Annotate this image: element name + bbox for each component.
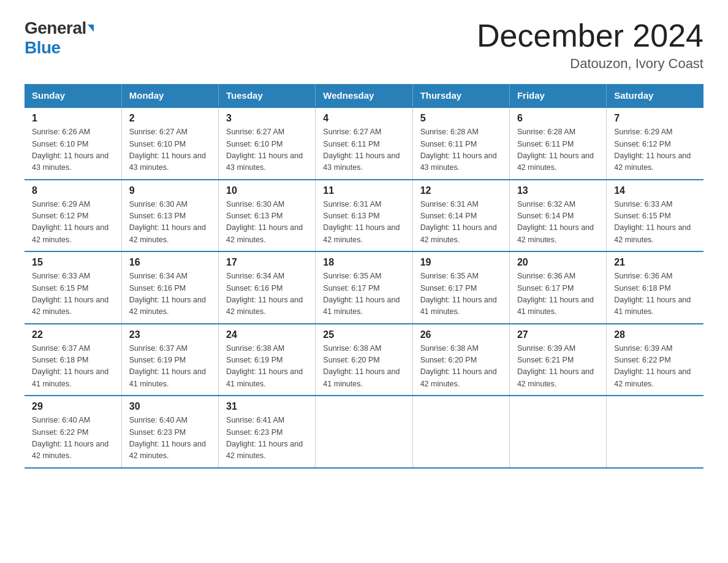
day-number: 4 <box>323 113 404 124</box>
day-info: Sunrise: 6:38 AMSunset: 6:20 PMDaylight:… <box>323 343 404 391</box>
day-info: Sunrise: 6:38 AMSunset: 6:19 PMDaylight:… <box>226 343 308 391</box>
day-number: 6 <box>517 113 599 124</box>
day-number: 18 <box>323 257 404 268</box>
day-number: 31 <box>226 401 308 412</box>
day-info: Sunrise: 6:37 AMSunset: 6:18 PMDaylight:… <box>32 343 114 391</box>
calendar-row: 22Sunrise: 6:37 AMSunset: 6:18 PMDayligh… <box>25 324 703 396</box>
calendar-cell: 24Sunrise: 6:38 AMSunset: 6:19 PMDayligh… <box>219 324 316 396</box>
calendar-row: 1Sunrise: 6:26 AMSunset: 6:10 PMDaylight… <box>25 107 703 180</box>
calendar-cell <box>316 396 412 468</box>
calendar-cell <box>607 396 703 468</box>
calendar-cell: 19Sunrise: 6:35 AMSunset: 6:17 PMDayligh… <box>412 251 509 324</box>
calendar-cell: 30Sunrise: 6:40 AMSunset: 6:23 PMDayligh… <box>121 396 218 468</box>
day-info: Sunrise: 6:32 AMSunset: 6:14 PMDaylight:… <box>517 199 599 247</box>
calendar-cell: 5Sunrise: 6:28 AMSunset: 6:11 PMDaylight… <box>412 107 509 180</box>
day-info: Sunrise: 6:35 AMSunset: 6:17 PMDaylight:… <box>420 270 502 318</box>
calendar-cell: 20Sunrise: 6:36 AMSunset: 6:17 PMDayligh… <box>509 251 606 324</box>
calendar-cell: 11Sunrise: 6:31 AMSunset: 6:13 PMDayligh… <box>316 180 412 252</box>
month-title: December 2024 <box>477 18 703 53</box>
header-cell-friday: Friday <box>509 84 606 107</box>
title-section: December 2024 Datouzon, Ivory Coast <box>477 18 703 72</box>
day-info: Sunrise: 6:35 AMSunset: 6:17 PMDaylight:… <box>323 270 404 318</box>
calendar-body: 1Sunrise: 6:26 AMSunset: 6:10 PMDaylight… <box>25 107 703 468</box>
calendar-cell: 6Sunrise: 6:28 AMSunset: 6:11 PMDaylight… <box>509 107 606 180</box>
day-info: Sunrise: 6:34 AMSunset: 6:16 PMDaylight:… <box>226 270 308 318</box>
calendar-cell: 18Sunrise: 6:35 AMSunset: 6:17 PMDayligh… <box>316 251 412 324</box>
day-info: Sunrise: 6:30 AMSunset: 6:13 PMDaylight:… <box>129 199 211 247</box>
calendar-cell: 31Sunrise: 6:41 AMSunset: 6:23 PMDayligh… <box>219 396 316 468</box>
day-number: 7 <box>614 113 696 124</box>
day-number: 9 <box>129 185 211 196</box>
calendar-row: 29Sunrise: 6:40 AMSunset: 6:22 PMDayligh… <box>25 396 703 468</box>
calendar-cell: 4Sunrise: 6:27 AMSunset: 6:11 PMDaylight… <box>316 107 412 180</box>
day-number: 2 <box>129 113 211 124</box>
header-cell-saturday: Saturday <box>607 84 703 107</box>
logo-general-text: General <box>25 18 86 38</box>
calendar-cell <box>509 396 606 468</box>
page-header: General Blue December 2024 Datouzon, Ivo… <box>25 18 703 72</box>
day-number: 8 <box>32 185 114 196</box>
day-info: Sunrise: 6:29 AMSunset: 6:12 PMDaylight:… <box>32 199 114 247</box>
day-number: 14 <box>614 185 696 196</box>
day-info: Sunrise: 6:27 AMSunset: 6:10 PMDaylight:… <box>226 126 308 174</box>
day-info: Sunrise: 6:28 AMSunset: 6:11 PMDaylight:… <box>517 126 599 174</box>
day-number: 28 <box>614 329 696 340</box>
calendar-cell: 28Sunrise: 6:39 AMSunset: 6:22 PMDayligh… <box>607 324 703 396</box>
day-info: Sunrise: 6:30 AMSunset: 6:13 PMDaylight:… <box>226 199 308 247</box>
calendar-cell: 14Sunrise: 6:33 AMSunset: 6:15 PMDayligh… <box>607 180 703 252</box>
header-row: SundayMondayTuesdayWednesdayThursdayFrid… <box>25 84 703 107</box>
day-number: 13 <box>517 185 599 196</box>
day-number: 22 <box>32 329 114 340</box>
calendar-cell: 26Sunrise: 6:38 AMSunset: 6:20 PMDayligh… <box>412 324 509 396</box>
header-cell-monday: Monday <box>121 84 218 107</box>
day-number: 10 <box>226 185 308 196</box>
calendar-cell: 21Sunrise: 6:36 AMSunset: 6:18 PMDayligh… <box>607 251 703 324</box>
calendar-cell: 17Sunrise: 6:34 AMSunset: 6:16 PMDayligh… <box>219 251 316 324</box>
day-number: 5 <box>420 113 502 124</box>
day-info: Sunrise: 6:27 AMSunset: 6:10 PMDaylight:… <box>129 126 211 174</box>
day-info: Sunrise: 6:39 AMSunset: 6:21 PMDaylight:… <box>517 343 599 391</box>
calendar-cell: 9Sunrise: 6:30 AMSunset: 6:13 PMDaylight… <box>121 180 218 252</box>
day-number: 15 <box>32 257 114 268</box>
calendar-header: SundayMondayTuesdayWednesdayThursdayFrid… <box>25 84 703 107</box>
calendar-cell: 12Sunrise: 6:31 AMSunset: 6:14 PMDayligh… <box>412 180 509 252</box>
day-info: Sunrise: 6:41 AMSunset: 6:23 PMDaylight:… <box>226 415 308 462</box>
day-number: 23 <box>129 329 211 340</box>
day-number: 3 <box>226 113 308 124</box>
day-number: 19 <box>420 257 502 268</box>
day-info: Sunrise: 6:31 AMSunset: 6:14 PMDaylight:… <box>420 199 502 247</box>
day-number: 26 <box>420 329 502 340</box>
day-info: Sunrise: 6:34 AMSunset: 6:16 PMDaylight:… <box>129 270 211 318</box>
location-text: Datouzon, Ivory Coast <box>477 56 703 72</box>
calendar-row: 8Sunrise: 6:29 AMSunset: 6:12 PMDaylight… <box>25 180 703 252</box>
calendar-cell: 3Sunrise: 6:27 AMSunset: 6:10 PMDaylight… <box>219 107 316 180</box>
header-cell-sunday: Sunday <box>25 84 121 107</box>
day-info: Sunrise: 6:27 AMSunset: 6:11 PMDaylight:… <box>323 126 404 174</box>
calendar-row: 15Sunrise: 6:33 AMSunset: 6:15 PMDayligh… <box>25 251 703 324</box>
day-number: 1 <box>32 113 114 124</box>
calendar-cell: 16Sunrise: 6:34 AMSunset: 6:16 PMDayligh… <box>121 251 218 324</box>
day-number: 17 <box>226 257 308 268</box>
header-cell-tuesday: Tuesday <box>219 84 316 107</box>
calendar-table: SundayMondayTuesdayWednesdayThursdayFrid… <box>25 84 703 469</box>
day-number: 27 <box>517 329 599 340</box>
day-number: 30 <box>129 401 211 412</box>
day-number: 25 <box>323 329 404 340</box>
header-cell-wednesday: Wednesday <box>316 84 412 107</box>
calendar-cell: 13Sunrise: 6:32 AMSunset: 6:14 PMDayligh… <box>509 180 606 252</box>
day-number: 16 <box>129 257 211 268</box>
day-info: Sunrise: 6:28 AMSunset: 6:11 PMDaylight:… <box>420 126 502 174</box>
calendar-cell: 29Sunrise: 6:40 AMSunset: 6:22 PMDayligh… <box>25 396 121 468</box>
day-number: 29 <box>32 401 114 412</box>
day-info: Sunrise: 6:33 AMSunset: 6:15 PMDaylight:… <box>614 199 696 247</box>
calendar-cell: 2Sunrise: 6:27 AMSunset: 6:10 PMDaylight… <box>121 107 218 180</box>
day-number: 12 <box>420 185 502 196</box>
calendar-cell: 27Sunrise: 6:39 AMSunset: 6:21 PMDayligh… <box>509 324 606 396</box>
day-info: Sunrise: 6:33 AMSunset: 6:15 PMDaylight:… <box>32 270 114 318</box>
day-number: 24 <box>226 329 308 340</box>
logo: General Blue <box>25 18 94 58</box>
day-info: Sunrise: 6:40 AMSunset: 6:23 PMDaylight:… <box>129 415 211 462</box>
day-number: 21 <box>614 257 696 268</box>
day-info: Sunrise: 6:36 AMSunset: 6:18 PMDaylight:… <box>614 270 696 318</box>
calendar-cell: 22Sunrise: 6:37 AMSunset: 6:18 PMDayligh… <box>25 324 121 396</box>
